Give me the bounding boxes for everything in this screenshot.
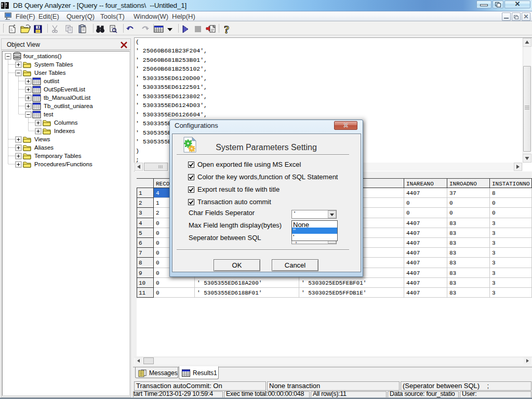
- svg-text:?: ?: [224, 23, 230, 36]
